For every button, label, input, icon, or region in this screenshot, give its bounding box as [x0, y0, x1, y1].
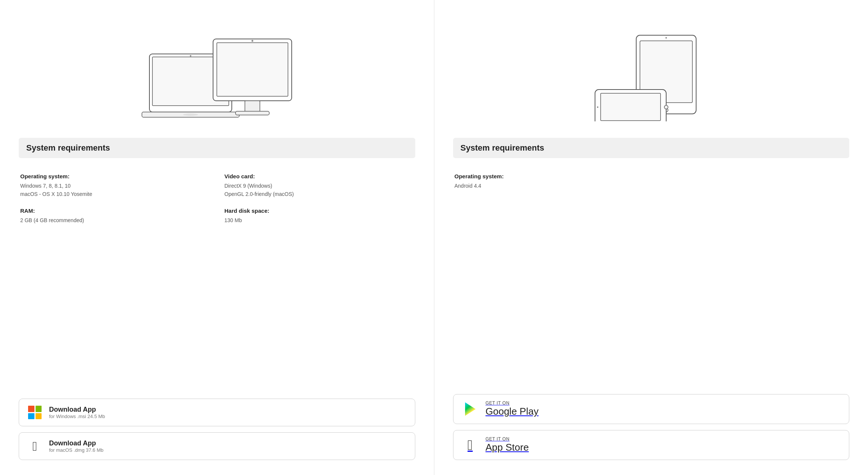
download-windows-title: Download App [49, 406, 105, 414]
svg-point-4 [190, 55, 191, 57]
sysreq-title-right: System requirements [461, 143, 544, 152]
svg-point-13 [665, 37, 667, 39]
svg-point-16 [664, 105, 668, 109]
tablet-phone-illustration [453, 24, 850, 129]
requirements-grid-left: Operating system: Windows 7, 8, 8.1, 10 … [19, 167, 415, 230]
req-os-right-value: Android 4.4 [455, 182, 848, 190]
download-macos-button[interactable]:  Download App for macOS .dmg 37.6 Mb [19, 432, 415, 460]
svg-point-7 [252, 40, 254, 42]
right-panel: WikiFX WikiFX WikiFX WikiFX [434, 0, 868, 475]
google-play-icon [461, 400, 480, 418]
req-ram: RAM: 2 GB (4 GB recommended) [20, 208, 209, 224]
req-videocard: Video card: DirectX 9 (Windows) OpenGL 2… [224, 173, 413, 199]
sysreq-header-right: System requirements [453, 138, 850, 158]
windows-icon [27, 404, 43, 421]
svg-point-3 [183, 114, 198, 116]
req-hdd-value: 130 Mb [224, 216, 413, 224]
svg-rect-6 [217, 43, 288, 96]
store-badges-right: GET IT ON Google Play  GET IT ON App St… [453, 394, 850, 460]
req-os-value: Windows 7, 8, 8.1, 10 macOS - OS X 10.10… [20, 182, 209, 199]
download-macos-subtitle: for macOS .dmg 37.6 Mb [49, 447, 103, 453]
req-ram-label: RAM: [20, 208, 209, 214]
apple-icon:  [27, 438, 43, 454]
app-store-get-it-on: GET IT ON [486, 436, 529, 442]
svg-rect-15 [601, 93, 661, 121]
req-ram-value: 2 GB (4 GB recommended) [20, 216, 209, 224]
req-hdd-label: Hard disk space: [224, 208, 413, 214]
requirements-list-right: Operating system: Android 4.4 [453, 167, 850, 196]
svg-point-17 [597, 106, 598, 108]
app-store-icon:  [461, 436, 480, 454]
req-videocard-label: Video card: [224, 173, 413, 179]
desktop-laptop-illustration [19, 24, 415, 129]
req-hdd: Hard disk space: 130 Mb [224, 208, 413, 224]
svg-rect-9 [236, 111, 269, 115]
req-videocard-value: DirectX 9 (Windows) OpenGL 2.0-friendly … [224, 182, 413, 199]
svg-marker-18 [465, 402, 476, 416]
req-os: Operating system: Windows 7, 8, 8.1, 10 … [20, 173, 209, 199]
app-store-button[interactable]:  GET IT ON App Store [453, 430, 850, 460]
download-buttons-left: Download App for Windows .msi 24.5 Mb  … [19, 399, 415, 460]
google-play-store-name: Google Play [486, 406, 539, 417]
app-store-store-name: App Store [486, 442, 529, 453]
download-macos-title: Download App [49, 439, 103, 447]
sysreq-title-left: System requirements [26, 143, 110, 152]
sysreq-header-left: System requirements [19, 138, 415, 158]
req-os-label: Operating system: [20, 173, 209, 179]
download-windows-subtitle: for Windows .msi 24.5 Mb [49, 414, 105, 419]
google-play-get-it-on: GET IT ON [486, 400, 539, 406]
svg-rect-8 [245, 101, 260, 112]
google-play-button[interactable]: GET IT ON Google Play [453, 394, 850, 424]
left-panel: WikiFX WikiFX WikiFX WikiFX [0, 0, 434, 475]
req-os-right-label: Operating system: [455, 173, 848, 179]
download-windows-button[interactable]: Download App for Windows .msi 24.5 Mb [19, 399, 415, 426]
